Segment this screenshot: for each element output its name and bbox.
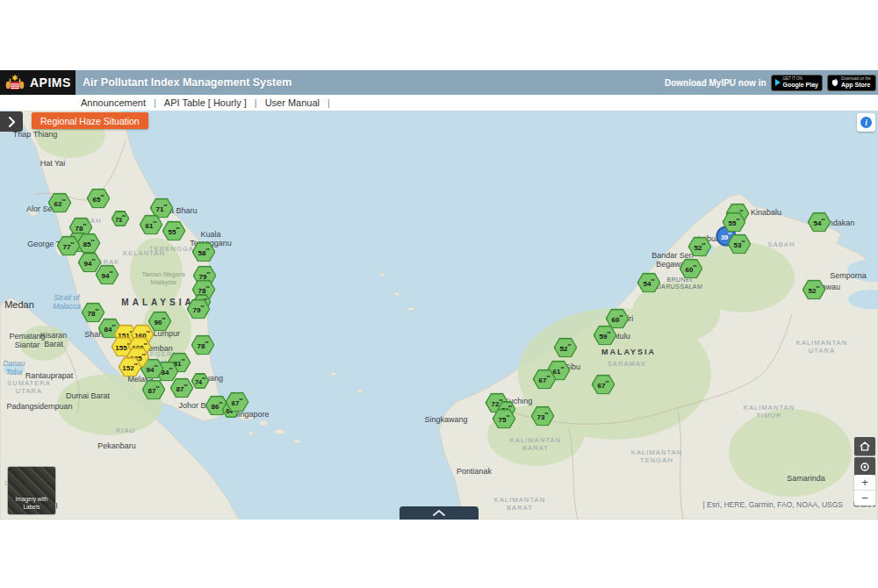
- download-prompt: Download MyIPU now in: [665, 78, 766, 88]
- hexagon-marker-face: 78**: [83, 304, 104, 321]
- hexagon-marker-face: 87**: [143, 381, 164, 398]
- api-value: 73**: [537, 412, 549, 420]
- api-value: 67**: [539, 375, 551, 384]
- hexagon-marker-face: 61**: [140, 216, 162, 233]
- api-value: 58**: [198, 247, 210, 256]
- api-value: 52**: [694, 242, 706, 251]
- nav-separator: |: [154, 97, 156, 108]
- api-value: 74**: [195, 377, 205, 385]
- hexagon-marker-face: 60**: [607, 310, 628, 327]
- app-store-badge[interactable]: Download on the App Store: [827, 75, 876, 91]
- hexagon-marker-face: 60**: [680, 260, 702, 277]
- hexagon-marker-face: 67**: [227, 393, 248, 411]
- hexagon-marker-face: 55**: [723, 213, 745, 231]
- api-value: 55**: [169, 226, 180, 235]
- api-value: 78**: [76, 223, 87, 232]
- hexagon-marker-face: 67**: [593, 376, 614, 393]
- map-canvas[interactable]: Thap ThiangHat YaiAlor SetarKota BharuKu…: [0, 111, 878, 520]
- hexagon-marker-face: 62**: [49, 194, 70, 212]
- api-value: 61**: [146, 220, 157, 229]
- regional-haze-button[interactable]: Regional Haze Situation: [32, 112, 148, 129]
- hexagon-marker-face: 58**: [193, 243, 214, 261]
- api-value: 84**: [104, 324, 116, 333]
- hexagon-marker-face: 52**: [689, 238, 710, 255]
- hexagon-marker-face: 94**: [79, 254, 100, 271]
- api-value: 71**: [156, 204, 168, 212]
- api-value: 62**: [54, 198, 66, 207]
- api-value: 61**: [553, 366, 565, 375]
- hexagon-marker-face: 94**: [97, 266, 118, 283]
- api-value: 86**: [212, 401, 223, 410]
- locate-icon: [859, 461, 871, 473]
- hexagon-marker-face: 73**: [532, 407, 553, 425]
- hexagon-marker-face: 52**: [803, 281, 824, 298]
- api-value: 87**: [176, 384, 188, 392]
- api-value: 94**: [147, 364, 158, 373]
- api-value: 73**: [115, 215, 126, 223]
- nav-links: Announcement|API Table [ Hourly ]|User M…: [0, 95, 878, 111]
- basemap-toggle-label: Imagery with Labels: [8, 496, 55, 511]
- chevron-right-icon: [6, 116, 17, 128]
- api-value: 87**: [148, 385, 160, 394]
- api-value: 67**: [232, 398, 243, 406]
- brand-block: APIMS: [0, 70, 76, 95]
- map-landmasses: [0, 111, 878, 520]
- info-button[interactable]: i: [857, 113, 875, 132]
- info-icon: i: [860, 117, 872, 128]
- api-value: 78**: [88, 308, 99, 317]
- hexagon-marker-face: 55**: [163, 222, 184, 240]
- hexagon-marker-face: 78**: [192, 336, 213, 354]
- api-value: 78**: [198, 341, 209, 349]
- nav-link[interactable]: User Manual: [265, 97, 320, 108]
- api-value: 78**: [198, 285, 210, 294]
- api-value: 75**: [499, 414, 510, 423]
- api-value: 53**: [734, 240, 745, 248]
- nav-separator: |: [255, 97, 257, 108]
- bottom-panel-toggle[interactable]: [399, 506, 479, 520]
- hexagon-marker-face: 87**: [171, 379, 192, 397]
- nav-link[interactable]: Announcement: [81, 97, 146, 108]
- google-play-badge[interactable]: GET IT ON Google Play: [771, 75, 823, 91]
- api-value: 60**: [612, 314, 623, 323]
- hexagon-marker-face: 53**: [729, 235, 750, 253]
- api-value: 85**: [83, 239, 95, 247]
- api-value: 90**: [155, 317, 166, 326]
- api-value: 152**: [122, 362, 137, 371]
- apims-page: APIMS Air Pollutant Index Management Sys…: [0, 0, 878, 588]
- header-download-area: Download MyIPU now in GET IT ON Google P…: [665, 73, 876, 92]
- api-value: 52**: [560, 343, 572, 352]
- hexagon-marker-face: 54**: [809, 213, 830, 231]
- hexagon-marker-face: 75**: [493, 410, 515, 427]
- nav-separator: |: [327, 97, 330, 108]
- sidebar-expand-button[interactable]: [0, 111, 23, 132]
- api-value: 94**: [102, 270, 113, 279]
- api-value: 60**: [686, 264, 697, 273]
- hexagon-marker-face: 59**: [594, 326, 615, 344]
- hexagon-marker-face: 79**: [188, 300, 209, 318]
- api-value: 59**: [600, 331, 611, 340]
- hexagon-marker-face: 74**: [192, 375, 208, 388]
- app-brand: APIMS: [30, 75, 71, 90]
- api-value: 77**: [63, 241, 75, 250]
- zoom-in-button[interactable]: +: [854, 475, 875, 490]
- api-value: 79**: [193, 305, 205, 313]
- home-button[interactable]: [854, 437, 875, 455]
- zoom-out-button[interactable]: −: [854, 490, 875, 506]
- nav-link[interactable]: API Table [ Hourly ]: [164, 97, 247, 108]
- hexagon-marker-face: 90**: [149, 312, 170, 330]
- apple-icon: [831, 78, 838, 87]
- api-value: 55**: [729, 218, 740, 226]
- chevron-up-icon: [432, 509, 446, 517]
- locate-button[interactable]: [854, 457, 875, 476]
- api-value: 54**: [644, 278, 655, 287]
- hexagon-marker-face: 77**: [58, 237, 79, 255]
- api-value: 79**: [199, 271, 211, 280]
- malaysia-crest-icon: [4, 74, 25, 91]
- basemap-toggle[interactable]: Imagery with Labels: [7, 466, 56, 515]
- hexagon-marker-face: 52**: [555, 339, 576, 356]
- hexagon-marker-face: 85**: [78, 234, 99, 252]
- api-value: 94**: [84, 258, 96, 267]
- hexagon-marker-face: 67**: [534, 370, 555, 388]
- app-store-line2: App Store: [841, 82, 871, 88]
- app-title: Air Pollutant Index Management System: [83, 70, 291, 95]
